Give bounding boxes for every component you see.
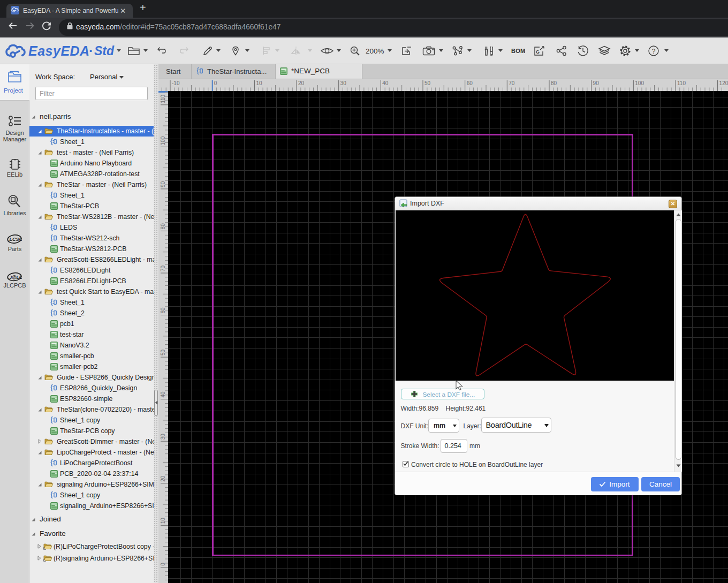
svg-text:LCSC: LCSC <box>10 237 22 242</box>
svg-text:60: 60 <box>160 307 166 314</box>
svg-text:-10: -10 <box>172 80 180 86</box>
svg-text:10: 10 <box>256 80 262 86</box>
svg-text:30: 30 <box>160 434 166 440</box>
svg-text:?: ? <box>652 48 656 55</box>
svg-text:10: 10 <box>160 518 166 524</box>
svg-text:40: 40 <box>382 80 389 86</box>
svg-text:20: 20 <box>160 475 166 482</box>
svg-text:70: 70 <box>160 265 166 271</box>
svg-text:0: 0 <box>214 80 217 86</box>
svg-text:100: 100 <box>635 80 644 86</box>
svg-text:80: 80 <box>160 223 166 230</box>
svg-text:J@LC: J@LC <box>10 275 22 280</box>
svg-text:110: 110 <box>160 94 166 103</box>
svg-text:110: 110 <box>677 80 686 86</box>
svg-text:70: 70 <box>509 80 515 86</box>
svg-text:60: 60 <box>467 80 473 86</box>
svg-text:90: 90 <box>160 181 166 187</box>
svg-text:G: G <box>536 49 540 55</box>
svg-text:20: 20 <box>298 80 305 86</box>
svg-text:120: 120 <box>719 80 728 86</box>
svg-text:80: 80 <box>551 80 557 86</box>
svg-text:0: 0 <box>160 563 166 566</box>
svg-text:50: 50 <box>160 350 166 356</box>
svg-text:100: 100 <box>160 136 166 145</box>
svg-text:30: 30 <box>340 80 347 86</box>
svg-text:50: 50 <box>424 80 431 86</box>
svg-text:40: 40 <box>160 391 166 398</box>
svg-text:90: 90 <box>593 80 600 86</box>
